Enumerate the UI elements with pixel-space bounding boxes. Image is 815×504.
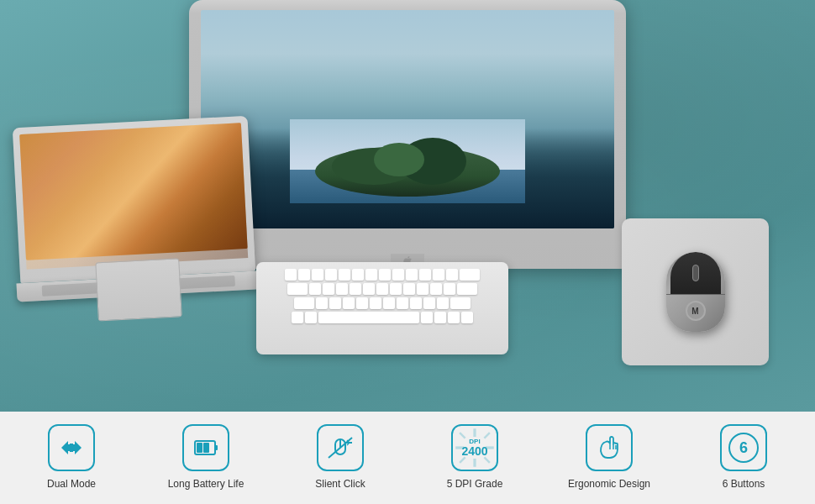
wireless-keyboard	[256, 262, 508, 363]
ergonomic-label: Ergonomic Design	[568, 478, 650, 491]
svg-point-5	[374, 143, 424, 176]
macbook-screen-outer	[13, 116, 255, 283]
key	[285, 269, 297, 281]
key	[316, 297, 328, 309]
mouse-body: M	[666, 252, 725, 332]
buttons-number: 6	[739, 439, 748, 457]
dual-mode-icon-box	[48, 424, 95, 471]
key	[365, 269, 377, 281]
key	[363, 283, 375, 295]
battery-icon-box	[182, 424, 229, 471]
key	[450, 297, 471, 309]
svg-line-21	[484, 433, 490, 438]
dual-mode-label: Dual Mode	[47, 478, 96, 491]
dpi-label: 5 DPI Grade	[447, 478, 503, 491]
key	[406, 269, 418, 281]
feature-dual-mode: Dual Mode	[4, 416, 139, 500]
buttons-icon-box: 6	[720, 424, 767, 471]
feature-dpi: DPI 2400 5 DPI Grade	[408, 416, 542, 500]
key	[336, 283, 348, 295]
key	[421, 312, 433, 323]
mousepad-area: M	[622, 218, 773, 370]
key	[325, 269, 337, 281]
key	[352, 269, 364, 281]
svg-line-20	[484, 458, 490, 464]
key	[410, 297, 422, 309]
key-space	[318, 312, 419, 323]
key	[292, 312, 303, 323]
silent-icon-box	[317, 424, 364, 471]
key	[294, 297, 314, 309]
key	[392, 269, 404, 281]
key	[339, 269, 350, 281]
key	[403, 283, 415, 295]
key	[460, 269, 480, 281]
key	[417, 283, 429, 295]
feature-battery: Long Battery Life	[139, 416, 273, 500]
svg-line-22	[460, 458, 465, 464]
key	[343, 297, 355, 309]
key	[287, 283, 308, 295]
svg-line-19	[460, 433, 465, 438]
key	[383, 297, 395, 309]
mousepad: M	[622, 218, 769, 365]
key	[390, 283, 402, 295]
key	[376, 283, 388, 295]
key	[323, 283, 334, 295]
macbook-trackpad	[95, 258, 182, 321]
svg-rect-10	[203, 443, 209, 453]
key	[446, 269, 458, 281]
wireless-mouse: M	[666, 252, 725, 332]
key	[433, 269, 444, 281]
mouse-scroll-wheel	[692, 265, 699, 281]
keyboard-body	[256, 262, 508, 354]
mouse-top-buttons	[670, 252, 721, 294]
hand-icon	[596, 434, 623, 461]
key	[434, 312, 446, 323]
six-buttons-circle: 6	[728, 433, 759, 463]
key	[448, 312, 460, 323]
key	[461, 312, 473, 323]
dual-arrow-icon	[58, 434, 85, 461]
key	[309, 283, 321, 295]
key	[370, 297, 381, 309]
key	[379, 269, 391, 281]
key	[312, 269, 323, 281]
ergonomic-icon-box	[586, 424, 633, 471]
feature-bar: Dual Mode Long Battery Life	[0, 412, 815, 504]
svg-rect-8	[215, 445, 218, 450]
keyboard-keys	[263, 269, 502, 348]
dpi-number: 2400	[461, 445, 487, 457]
svg-rect-9	[197, 443, 202, 453]
feature-ergonomic: Ergonomic Design	[542, 416, 676, 500]
battery-icon	[192, 434, 219, 461]
imac-screen-display	[201, 10, 614, 228]
desk-area: M	[0, 0, 815, 412]
key	[305, 312, 317, 323]
key	[444, 283, 455, 295]
mouse-divider	[666, 294, 725, 295]
mouse-brand-logo: M	[686, 301, 706, 321]
feature-buttons: 6 6 Buttons	[676, 416, 811, 500]
key	[329, 297, 341, 309]
feature-silent: Slient Click	[273, 416, 408, 500]
key	[430, 283, 442, 295]
imac-screen-outer	[189, 0, 626, 269]
macbook	[13, 116, 256, 302]
buttons-label: 6 Buttons	[723, 478, 765, 491]
key	[419, 269, 431, 281]
dpi-icon-box: DPI 2400	[451, 424, 498, 471]
key	[437, 297, 449, 309]
macbook-screen-display	[19, 123, 247, 260]
key	[457, 283, 477, 295]
key	[356, 297, 368, 309]
island-scene	[290, 119, 525, 203]
battery-label: Long Battery Life	[168, 478, 244, 491]
key	[397, 297, 408, 309]
imac	[189, 0, 626, 292]
key	[350, 283, 361, 295]
silent-label: Slient Click	[315, 478, 365, 491]
key	[423, 297, 435, 309]
silent-click-icon	[327, 434, 354, 461]
key	[298, 269, 310, 281]
